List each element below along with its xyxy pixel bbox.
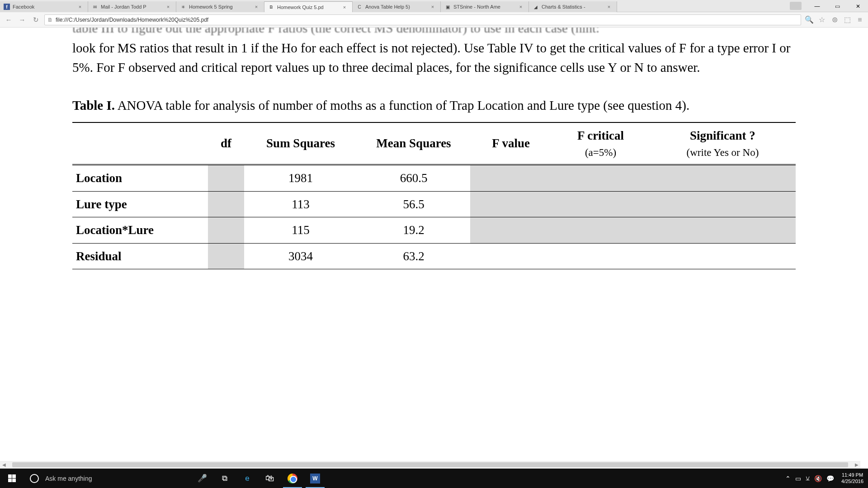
tab-close-icon[interactable]: ×	[518, 4, 524, 10]
table-cell	[470, 191, 552, 217]
tab-close-icon[interactable]: ×	[606, 4, 612, 10]
window-controls: — ▭ ✕	[790, 0, 868, 12]
bookmark-star-icon[interactable]: ☆	[817, 15, 826, 24]
header-ss: Sum Squares	[244, 122, 357, 165]
browser-tab[interactable]: CAnova Table Help 5)×	[353, 1, 441, 12]
table-cell	[470, 217, 552, 244]
table-cell	[208, 217, 244, 244]
back-button[interactable]: ←	[4, 15, 14, 25]
table-cell	[208, 165, 244, 192]
maximize-button[interactable]: ▭	[827, 0, 848, 12]
close-window-button[interactable]: ✕	[848, 0, 868, 12]
mic-icon[interactable]: 🎤	[191, 469, 213, 488]
tray-caret-icon[interactable]: ⌃	[785, 475, 791, 482]
browser-tab[interactable]: fFacebook×	[0, 1, 88, 12]
tab-title: Charts & Statistics -	[542, 4, 604, 9]
table-caption: Table I. ANOVA table for analysis of num…	[72, 96, 796, 116]
table-row: Location1981660.5	[72, 165, 796, 192]
tab-close-icon[interactable]: ×	[429, 4, 436, 10]
tab-favicon-icon: ✳	[180, 4, 186, 10]
battery-icon[interactable]: ▭	[795, 475, 801, 482]
tab-title: Homework 5 Spring	[189, 4, 251, 9]
table-cell: 19.2	[357, 217, 470, 244]
browser-tabs: fFacebook×✉Mail - Jordan Todd P×✳Homewor…	[0, 0, 617, 12]
table-cell	[650, 243, 796, 269]
url-text: file:///C:/Users/Jordan/Downloads/Homewo…	[56, 17, 208, 23]
cortana-search[interactable]: Ask me anything	[24, 469, 191, 488]
table-cell: 56.5	[357, 191, 470, 217]
header-df: df	[208, 122, 244, 165]
tab-title: STSnine - North Ame	[453, 4, 516, 9]
profile-icon[interactable]	[790, 2, 802, 10]
browser-tab[interactable]: ✉Mail - Jordan Todd P×	[88, 1, 176, 12]
extension-icon[interactable]: ⊚	[830, 15, 839, 24]
start-button[interactable]	[0, 469, 24, 488]
table-cell	[208, 243, 244, 269]
table-cell: 63.2	[357, 243, 470, 269]
tab-close-icon[interactable]: ×	[165, 4, 171, 10]
scroll-thumb[interactable]	[12, 462, 848, 467]
browser-tab[interactable]: ◢Charts & Statistics -×	[529, 1, 617, 12]
browser-tab[interactable]: ▣STSnine - North Ame×	[441, 1, 529, 12]
tab-close-icon[interactable]: ×	[341, 4, 348, 10]
truncated-text: table III to figure out the appropriate …	[72, 28, 796, 38]
word-taskbar-icon[interactable]: W	[304, 469, 326, 488]
browser-tab[interactable]: 🗎Homework Quiz 5.pd×	[264, 1, 353, 12]
address-bar: ← → ↻ 🗎 file:///C:/Users/Jordan/Download…	[0, 12, 868, 28]
tab-title: Mail - Jordan Todd P	[101, 4, 163, 9]
table-row: Residual303463.2	[72, 243, 796, 269]
minimize-button[interactable]: —	[807, 0, 827, 12]
tab-favicon-icon: f	[4, 4, 10, 10]
table-cell: Residual	[72, 243, 208, 269]
tab-title: Anova Table Help 5)	[365, 4, 428, 9]
forward-button[interactable]: →	[17, 15, 27, 25]
scroll-left-icon[interactable]: ◀	[0, 461, 8, 469]
tab-close-icon[interactable]: ×	[253, 4, 259, 10]
table-cell: 1981	[244, 165, 357, 192]
table-cell: 660.5	[357, 165, 470, 192]
table-cell: Lure type	[72, 191, 208, 217]
task-view-icon[interactable]: ⧉	[213, 469, 236, 488]
table-cell	[470, 243, 552, 269]
tab-title: Homework Quiz 5.pd	[277, 5, 340, 10]
volume-icon[interactable]: 🔇	[814, 475, 822, 482]
url-input[interactable]: 🗎 file:///C:/Users/Jordan/Downloads/Home…	[44, 14, 801, 25]
browser-titlebar: fFacebook×✉Mail - Jordan Todd P×✳Homewor…	[0, 0, 868, 12]
table-row: Lure type11356.5	[72, 191, 796, 217]
notifications-icon[interactable]: 💬	[826, 475, 834, 482]
tab-favicon-icon: ✉	[92, 4, 98, 10]
chrome-taskbar-icon[interactable]	[281, 469, 304, 488]
header-fvalue: F value	[470, 122, 552, 165]
table-cell	[552, 217, 650, 244]
taskbar: Ask me anything 🎤 ⧉ e 🛍 W ⌃ ▭ ⚺ 🔇 💬 11:4…	[0, 469, 868, 488]
wifi-icon[interactable]: ⚺	[806, 474, 810, 482]
table-cell: 113	[244, 191, 357, 217]
windows-logo-icon	[8, 474, 16, 482]
menu-icon[interactable]: ≡	[855, 15, 864, 24]
edge-icon[interactable]: e	[236, 469, 259, 488]
extension2-icon[interactable]: ⬚	[843, 15, 852, 24]
browser-tab[interactable]: ✳Homework 5 Spring×	[176, 1, 264, 12]
tab-close-icon[interactable]: ×	[77, 4, 83, 10]
scroll-right-icon[interactable]: ▶	[853, 461, 860, 469]
table-cell: 115	[244, 217, 357, 244]
table-cell: Location	[72, 165, 208, 192]
tab-favicon-icon: C	[356, 4, 363, 10]
table-cell	[552, 191, 650, 217]
table-cell	[650, 217, 796, 244]
header-source	[72, 122, 208, 165]
table-cell: 3034	[244, 243, 357, 269]
search-placeholder: Ask me anything	[45, 475, 92, 482]
tab-favicon-icon: 🗎	[268, 4, 274, 10]
store-icon[interactable]: 🛍	[259, 469, 281, 488]
horizontal-scrollbar[interactable]: ◀ ▶	[0, 461, 860, 469]
paragraph-text: look for MS ratios that result in 1 if t…	[72, 38, 796, 78]
table-cell	[208, 191, 244, 217]
clock[interactable]: 11:49 PM4/25/2016	[839, 472, 866, 484]
table-row: Location*Lure11519.2	[72, 217, 796, 244]
table-cell	[552, 165, 650, 192]
cortana-icon	[30, 474, 39, 483]
system-tray: ⌃ ▭ ⚺ 🔇 💬 11:49 PM4/25/2016	[785, 469, 868, 488]
reload-button[interactable]: ↻	[31, 15, 41, 25]
zoom-icon[interactable]: 🔍	[805, 15, 814, 24]
